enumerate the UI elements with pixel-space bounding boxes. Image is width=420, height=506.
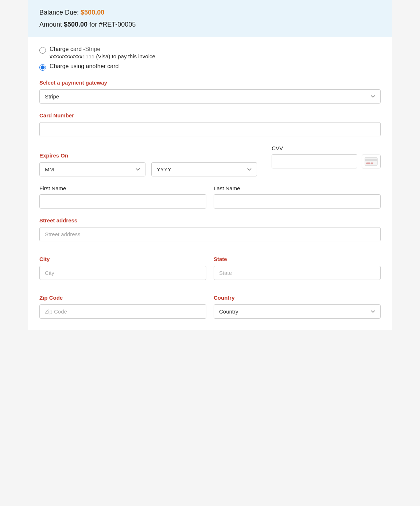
last-name-input[interactable]: [214, 194, 381, 209]
svg-rect-1: [365, 159, 377, 161]
credit-card-icon: [365, 157, 378, 166]
country-group: Country Country United States United Kin…: [214, 287, 381, 319]
name-row: First Name Last Name: [39, 185, 381, 209]
first-name-group: First Name: [39, 185, 206, 209]
expires-cvv-section: Expires On MM 01 02 03 04 05 06 07 08 09…: [39, 145, 381, 176]
city-group: City: [39, 249, 206, 280]
gateway-select[interactable]: Stripe PayPal Authorize.net: [39, 89, 381, 104]
balance-banner: Balance Due: $500.00 Amount $500.00 for …: [28, 0, 392, 37]
charge-another-radio[interactable]: [39, 64, 46, 71]
zip-label: Zip Code: [39, 295, 206, 301]
city-label: City: [39, 256, 206, 262]
balance-due-line: Balance Due: $500.00: [39, 9, 381, 16]
cvv-section: CVV: [272, 145, 381, 168]
expires-label: Expires On: [39, 152, 257, 159]
cvv-label: CVV: [272, 145, 381, 151]
expires-section: Expires On MM 01 02 03 04 05 06 07 08 09…: [39, 145, 257, 176]
card-number-label: Card Number: [39, 112, 381, 118]
option1-label: Charge card: [50, 46, 82, 52]
cvv-input[interactable]: [272, 154, 357, 168]
last-name-label: Last Name: [214, 185, 381, 191]
last-name-group: Last Name: [214, 185, 381, 209]
option1-provider: -Stripe: [83, 46, 100, 52]
amount-for: for #RET-00005: [89, 21, 136, 28]
expires-year-select[interactable]: YYYY 2024 2025 2026 2027 2028 2029 2030: [151, 162, 257, 176]
option1-detail: xxxxxxxxxxxx1111 (Visa) to pay this invo…: [50, 53, 155, 59]
country-label: Country: [214, 295, 381, 301]
zip-input[interactable]: [39, 304, 206, 319]
amount-prefix: Amount: [39, 21, 62, 28]
card-number-input[interactable]: [39, 122, 381, 136]
first-name-label: First Name: [39, 185, 206, 191]
balance-due-amount: $500.00: [81, 9, 104, 16]
street-label: Street address: [39, 217, 381, 223]
amount-value: $500.00: [64, 21, 88, 28]
svg-rect-3: [371, 163, 373, 164]
state-group: State: [214, 249, 381, 280]
radio-group: Charge card-Stripe xxxxxxxxxxxx1111 (Vis…: [39, 46, 381, 71]
form-section: Charge card-Stripe xxxxxxxxxxxx1111 (Vis…: [28, 46, 392, 330]
country-select[interactable]: Country United States United Kingdom Can…: [214, 304, 381, 319]
charge-existing-card-option[interactable]: Charge card-Stripe xxxxxxxxxxxx1111 (Vis…: [39, 46, 381, 59]
amount-line: Amount $500.00 for #RET-00005: [39, 21, 381, 28]
zip-country-row: Zip Code Country Country United States U…: [39, 287, 381, 319]
street-input[interactable]: [39, 227, 381, 241]
cvv-input-row: [272, 154, 381, 168]
first-name-input[interactable]: [39, 194, 206, 209]
street-section: Street address: [39, 217, 381, 241]
svg-rect-0: [365, 157, 377, 166]
state-label: State: [214, 256, 381, 262]
charge-existing-radio[interactable]: [39, 47, 46, 54]
balance-due-label: Balance Due:: [39, 9, 79, 16]
charge-another-card-option[interactable]: Charge using another card: [39, 63, 381, 71]
svg-rect-2: [366, 163, 370, 164]
city-state-row: City State: [39, 249, 381, 280]
card-number-section: Card Number: [39, 112, 381, 136]
zip-group: Zip Code: [39, 287, 206, 319]
gateway-section: Select a payment gateway Stripe PayPal A…: [39, 79, 381, 104]
cvv-card-icon: [362, 155, 381, 168]
expires-dropdowns: MM 01 02 03 04 05 06 07 08 09 10 11 12: [39, 162, 257, 176]
option2-label: Charge using another card: [50, 63, 118, 70]
expires-month-select[interactable]: MM 01 02 03 04 05 06 07 08 09 10 11 12: [39, 162, 145, 176]
gateway-label: Select a payment gateway: [39, 79, 381, 86]
city-input[interactable]: [39, 266, 206, 280]
state-input[interactable]: [214, 266, 381, 280]
